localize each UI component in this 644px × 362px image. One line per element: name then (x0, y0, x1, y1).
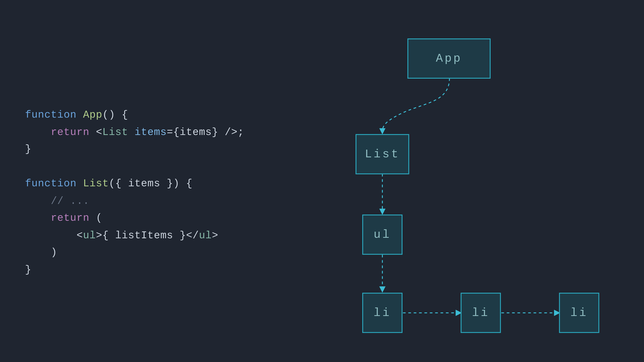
arrow-app-to-list (382, 78, 450, 133)
slide-stage: function App() { return <List items={ite… (0, 0, 644, 362)
diagram-connections (0, 0, 644, 362)
